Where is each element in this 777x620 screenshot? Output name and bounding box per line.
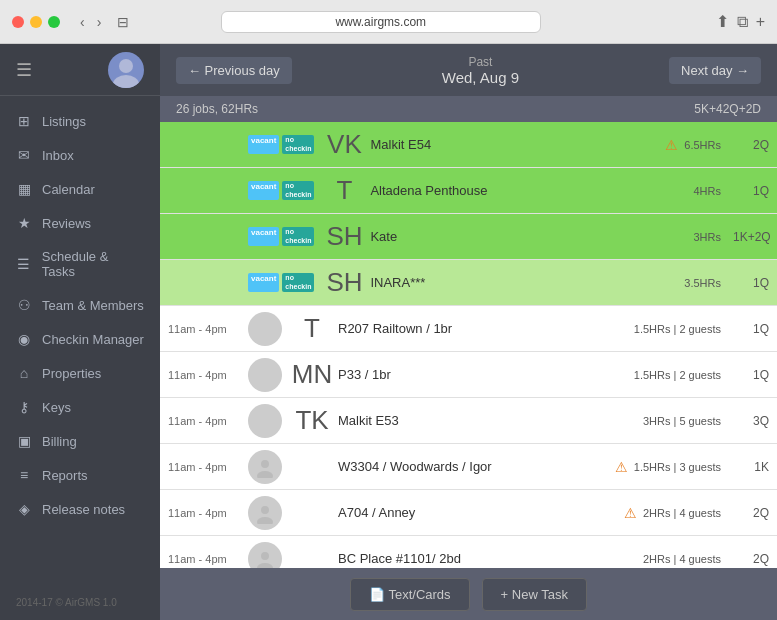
sidebar-item-reports[interactable]: ≡Reports — [0, 458, 160, 492]
table-row[interactable]: 11am - 4pmW3304 / Woodwards / Igor⚠1.5HR… — [160, 444, 777, 490]
avatar-placeholder — [248, 542, 282, 569]
forward-button[interactable]: › — [93, 12, 106, 32]
sub-bar: 26 jobs, 62HRs 5K+42Q+2D — [160, 96, 777, 122]
job-details: 2HRs | 4 guests — [643, 507, 721, 519]
date-info: Past Wed, Aug 9 — [292, 55, 669, 86]
fullscreen-button[interactable] — [48, 16, 60, 28]
table-row[interactable]: vacantno checkinTAltadena Penthouse4HRs1… — [160, 168, 777, 214]
address-bar[interactable]: www.airgms.com — [221, 11, 541, 33]
job-name: Malkit E54 — [370, 137, 665, 152]
sidebar-header: ☰ — [0, 44, 160, 96]
summary-totals: 5K+42Q+2D — [694, 102, 761, 116]
team-icon: ⚇ — [16, 297, 32, 313]
nav-buttons: ‹ › — [76, 12, 105, 32]
job-qty: 3Q — [733, 414, 769, 428]
sidebar-label-calendar: Calendar — [42, 182, 95, 197]
no-checkin-badge: no checkin — [282, 227, 314, 246]
sidebar-item-keys[interactable]: ⚷Keys — [0, 390, 160, 424]
close-button[interactable] — [12, 16, 24, 28]
sidebar-item-listings[interactable]: ⊞Listings — [0, 104, 160, 138]
sidebar-item-schedule[interactable]: ☰Schedule & Tasks — [0, 240, 160, 288]
job-details: 1.5HRs | 2 guests — [634, 323, 721, 335]
job-details: 6.5HRs — [684, 139, 721, 151]
sidebar-item-team[interactable]: ⚇Team & Members — [0, 288, 160, 322]
next-day-button[interactable]: Next day → — [669, 57, 761, 84]
job-initials: MN — [286, 359, 338, 390]
back-button[interactable]: ‹ — [76, 12, 89, 32]
checkin-icon: ◉ — [16, 331, 32, 347]
job-initials: TK — [286, 405, 338, 436]
avatar-placeholder — [248, 496, 282, 530]
new-tab-button[interactable]: + — [756, 12, 765, 31]
job-name: Kate — [370, 229, 693, 244]
avatar[interactable] — [108, 52, 144, 88]
job-qty: 2Q — [733, 138, 769, 152]
sidebar-label-keys: Keys — [42, 400, 71, 415]
date-context-label: Past — [292, 55, 669, 69]
sidebar-label-billing: Billing — [42, 434, 77, 449]
bottom-bar: 📄 Text/Cards + New Task — [160, 568, 777, 620]
menu-icon[interactable]: ☰ — [16, 59, 32, 81]
table-row[interactable]: 11am - 4pmTKMalkit E533HRs | 5 guests3Q — [160, 398, 777, 444]
svg-point-2 — [261, 460, 269, 468]
table-row[interactable]: vacantno checkinSHINARA***3.5HRs1Q — [160, 260, 777, 306]
prev-day-button[interactable]: ← Previous day — [176, 57, 292, 84]
job-details: 1.5HRs | 3 guests — [634, 461, 721, 473]
job-name: A704 / Anney — [338, 505, 624, 520]
vacant-badge: vacant — [248, 227, 279, 246]
job-name: R207 Railtown / 1br — [338, 321, 634, 336]
sidebar-item-inbox[interactable]: ✉Inbox — [0, 138, 160, 172]
svg-point-5 — [257, 517, 273, 524]
sidebar-item-calendar[interactable]: ▦Calendar — [0, 172, 160, 206]
vacant-badge: vacant — [248, 181, 279, 200]
schedule-icon: ☰ — [16, 256, 32, 272]
jobs-table: vacantno checkinVKMalkit E54⚠6.5HRs2Qvac… — [160, 122, 777, 568]
share-button[interactable]: ⬆ — [716, 12, 729, 31]
sidebar: ☰ ⊞Listings✉Inbox▦Calendar★Reviews☰Sched… — [0, 44, 160, 620]
job-badges: vacantno checkin — [248, 181, 314, 200]
job-time: 11am - 4pm — [168, 461, 248, 473]
avatar-placeholder — [248, 450, 282, 484]
svg-point-0 — [119, 59, 133, 73]
job-details: 3.5HRs — [684, 277, 721, 289]
sidebar-item-billing[interactable]: ▣Billing — [0, 424, 160, 458]
release-icon: ◈ — [16, 501, 32, 517]
minimize-button[interactable] — [30, 16, 42, 28]
job-qty: 1Q — [733, 276, 769, 290]
job-name: BC Place #1101/ 2bd — [338, 551, 643, 566]
duplicate-button[interactable]: ⧉ — [737, 12, 748, 31]
inbox-icon: ✉ — [16, 147, 32, 163]
view-button[interactable]: ⊟ — [117, 14, 129, 30]
sidebar-item-release[interactable]: ◈Release notes — [0, 492, 160, 526]
job-time: 11am - 4pm — [168, 507, 248, 519]
sidebar-label-schedule: Schedule & Tasks — [42, 249, 144, 279]
vacant-badge: vacant — [248, 135, 279, 154]
svg-point-4 — [261, 506, 269, 514]
sidebar-label-inbox: Inbox — [42, 148, 74, 163]
table-row[interactable]: vacantno checkinSHKate3HRs1K+2Q — [160, 214, 777, 260]
table-row[interactable]: 11am - 4pmBC Place #1101/ 2bd2HRs | 4 gu… — [160, 536, 777, 568]
date-main-label: Wed, Aug 9 — [292, 69, 669, 86]
job-qty: 1Q — [733, 322, 769, 336]
job-details: 1.5HRs | 2 guests — [634, 369, 721, 381]
table-row[interactable]: 11am - 4pmA704 / Anney⚠2HRs | 4 guests2Q — [160, 490, 777, 536]
table-row[interactable]: vacantno checkinVKMalkit E54⚠6.5HRs2Q — [160, 122, 777, 168]
job-name: Altadena Penthouse — [370, 183, 693, 198]
table-row[interactable]: 11am - 4pmMNP33 / 1br1.5HRs | 2 guests1Q — [160, 352, 777, 398]
job-details: 3HRs | 5 guests — [643, 415, 721, 427]
sidebar-item-properties[interactable]: ⌂Properties — [0, 356, 160, 390]
avatar-placeholder — [248, 312, 282, 346]
job-initials: VK — [318, 129, 370, 160]
job-time: 11am - 4pm — [168, 323, 248, 335]
job-qty: 1K+2Q — [733, 230, 769, 244]
sidebar-label-team: Team & Members — [42, 298, 144, 313]
new-task-button[interactable]: + New Task — [482, 578, 587, 611]
warning-icon: ⚠ — [624, 505, 637, 521]
job-time: 11am - 4pm — [168, 553, 248, 565]
reports-icon: ≡ — [16, 467, 32, 483]
properties-icon: ⌂ — [16, 365, 32, 381]
sidebar-item-checkin[interactable]: ◉Checkin Manager — [0, 322, 160, 356]
table-row[interactable]: 11am - 4pmTR207 Railtown / 1br1.5HRs | 2… — [160, 306, 777, 352]
text-cards-button[interactable]: 📄 Text/Cards — [350, 578, 470, 611]
sidebar-item-reviews[interactable]: ★Reviews — [0, 206, 160, 240]
